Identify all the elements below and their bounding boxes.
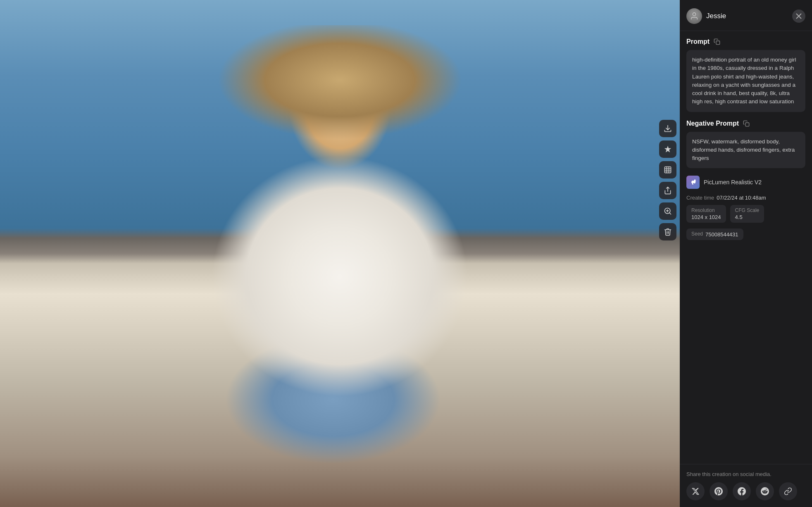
user-info: Jessie	[686, 8, 726, 24]
main-photo	[0, 0, 680, 507]
copy-negative-prompt-button[interactable]	[742, 119, 750, 128]
share-image-button[interactable]	[659, 182, 676, 199]
model-icon-inner	[686, 176, 700, 189]
cfg-scale-tag: CFG Scale 4.5	[730, 205, 764, 223]
svg-rect-4	[745, 123, 749, 126]
share-pinterest-button[interactable]	[710, 482, 728, 500]
prompt-section-header: Prompt	[686, 38, 805, 46]
model-name: PicLumen Realistic V2	[704, 179, 762, 186]
cfg-scale-value: 4.5	[735, 214, 760, 220]
prompt-label: Prompt	[686, 38, 710, 45]
username: Jessie	[706, 12, 726, 20]
share-section: Share this creation on social media.	[680, 464, 812, 507]
share-link-button[interactable]	[779, 482, 797, 500]
close-button[interactable]	[792, 10, 805, 23]
resolution-value: 1024 x 1024	[691, 214, 721, 220]
avatar-image	[686, 8, 702, 24]
prompt-text: high-definition portrait of an old money…	[686, 50, 805, 112]
create-time-label: Create time	[686, 195, 714, 201]
svg-rect-0	[665, 167, 671, 173]
tags-row: Resolution 1024 x 1024 CFG Scale 4.5	[686, 205, 805, 223]
seed-label: Seed	[691, 231, 703, 237]
sparkle-icon	[664, 145, 672, 153]
seed-value: 75008544431	[705, 231, 738, 238]
share-reddit-button[interactable]	[756, 482, 774, 500]
delete-button[interactable]	[659, 223, 676, 240]
negative-prompt-label: Negative Prompt	[686, 120, 739, 127]
magic-button[interactable]	[659, 140, 676, 158]
model-icon	[686, 176, 700, 189]
share-icons	[686, 482, 805, 500]
share-title: Share this creation on social media.	[686, 471, 805, 477]
model-row: PicLumen Realistic V2	[686, 176, 805, 189]
share-x-button[interactable]	[686, 482, 705, 500]
svg-point-2	[693, 13, 695, 16]
zoom-icon	[664, 207, 672, 215]
download-icon	[664, 124, 672, 133]
resolution-label: Resolution	[691, 207, 721, 213]
sidebar: Jessie Prompt high-definition portrait o…	[680, 0, 812, 507]
copy-prompt-button[interactable]	[713, 38, 721, 46]
download-button[interactable]	[659, 120, 676, 137]
negative-prompt-text: NSFW, watermark, disformed body, disform…	[686, 132, 805, 169]
create-time-row: Create time 07/22/24 at 10:48am	[686, 195, 805, 201]
trash-icon	[664, 228, 672, 236]
share-image-icon	[664, 186, 672, 195]
image-area	[0, 0, 680, 507]
negative-prompt-section-header: Negative Prompt	[686, 119, 805, 128]
seed-tag: Seed 75008544431	[686, 229, 743, 240]
extend-button[interactable]	[659, 161, 676, 179]
avatar	[686, 8, 702, 24]
resolution-tag: Resolution 1024 x 1024	[686, 205, 726, 223]
create-time-value: 07/22/24 at 10:48am	[717, 195, 766, 201]
zoom-button[interactable]	[659, 202, 676, 220]
cfg-scale-label: CFG Scale	[735, 207, 760, 213]
extend-icon	[664, 166, 672, 174]
share-facebook-button[interactable]	[733, 482, 751, 500]
svg-rect-3	[716, 41, 720, 45]
sidebar-header: Jessie	[680, 0, 812, 31]
sidebar-content: Prompt high-definition portrait of an ol…	[680, 31, 812, 464]
